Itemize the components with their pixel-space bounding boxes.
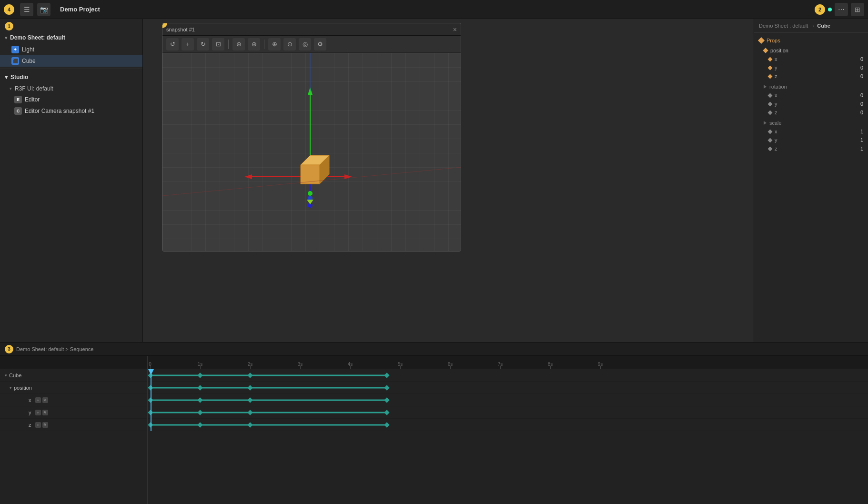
tl-y-label: y [29, 410, 31, 415]
redo-btn[interactable]: ↻ [197, 38, 209, 50]
tl-z-icon-2[interactable]: ≋ [42, 422, 48, 428]
scale-y-row: y 1 [754, 136, 868, 144]
viewport-canvas[interactable] [162, 53, 461, 251]
tl-y-row[interactable]: y ⬦ ≋ [0, 406, 147, 419]
svg-marker-3 [244, 174, 252, 179]
tl-z-icon-1[interactable]: ⬦ [35, 422, 41, 428]
viewport-close-btn[interactable]: × [453, 26, 457, 33]
layout-btn[interactable]: ⊞ [851, 3, 864, 16]
position-group: position x 0 y 0 z 0 [754, 45, 868, 81]
position-z-value[interactable]: 0 [849, 73, 863, 79]
sidebar-demo-sheet[interactable]: ▾ Demo Sheet: default [0, 31, 142, 44]
tl-cube-row[interactable]: ▾ Cube [0, 369, 147, 382]
kf-cube-end[interactable] [384, 373, 389, 378]
ruler-tick-2s [250, 366, 251, 369]
kf-pos-2s[interactable] [247, 385, 252, 390]
kf-cube-1s[interactable] [197, 373, 202, 378]
position-y-value[interactable]: 0 [849, 65, 863, 71]
kf-cube-2s[interactable] [247, 373, 252, 378]
settings-btn[interactable]: ⚙ [314, 38, 326, 50]
zoom-btn[interactable]: ◎ [299, 38, 311, 50]
sidebar-item-cube[interactable]: ⬛ Cube [0, 55, 142, 67]
tl-x-row[interactable]: x ⬦ ≋ [0, 394, 147, 406]
scale-z-value[interactable]: 1 [849, 146, 863, 151]
kf-y-end[interactable] [384, 410, 389, 415]
sidebar-studio[interactable]: ▾ Studio [0, 71, 142, 83]
tl-x-icons: ⬦ ≋ [35, 397, 48, 403]
add-btn[interactable]: + [182, 38, 194, 50]
top-bar-left: 4 ☰ 📷 Demo Project [4, 3, 100, 16]
orbit-btn[interactable]: ⊕ [268, 38, 281, 50]
toolbar-divider-2 [264, 40, 264, 49]
kf-z-1s[interactable] [197, 422, 202, 427]
rotation-label: rotation [754, 82, 868, 91]
position-x-value[interactable]: 0 [849, 56, 863, 62]
pan-btn[interactable]: ⊙ [283, 38, 296, 50]
tl-x-icon-1[interactable]: ⬦ [35, 397, 41, 403]
rotation-z-icon [768, 110, 773, 115]
grid-btn[interactable]: ⊕ [232, 38, 245, 50]
light-label: Light [22, 46, 34, 53]
menu-icon-btn[interactable]: ☰ [20, 3, 33, 16]
kf-pos-1s[interactable] [197, 385, 202, 390]
scale-y-value[interactable]: 1 [849, 137, 863, 143]
sidebar-item-camera-snapshot[interactable]: C Editor Camera snapshot #1 [0, 105, 142, 117]
rotation-y-label: y [775, 101, 789, 107]
ruler-tick-9s [600, 366, 601, 369]
snap-btn[interactable]: ⊕ [248, 38, 260, 50]
snapshot-icon: C [14, 107, 22, 115]
rotation-y-value[interactable]: 0 [849, 101, 863, 107]
sidebar-item-light[interactable]: ✦ Light [0, 44, 142, 55]
center-area: 5 snapshot #1 × ↺ + ↻ ⊡ ⊕ ⊕ ⊕ ⊙ ◎ ⚙ [143, 19, 754, 342]
scale-x-value[interactable]: 1 [849, 129, 863, 134]
props-label: Props [767, 38, 780, 43]
timeline-tracks[interactable]: 0 1s 2s 3s 4s 5s 6s 7s 8s 9s [148, 356, 868, 504]
kf-x-1s[interactable] [197, 397, 202, 403]
more-options-btn[interactable]: ⋯ [835, 3, 848, 16]
position-group-header[interactable]: position [754, 46, 868, 55]
frame-btn[interactable]: ⊡ [212, 38, 224, 50]
kf-pos-end[interactable] [384, 385, 389, 390]
tl-cube-label: Cube [9, 373, 21, 378]
position-x-row: x 0 [754, 55, 868, 63]
position-x-diamond-icon [768, 57, 773, 61]
tl-pos-chevron: ▾ [10, 385, 12, 390]
timeline-labels: ▾ Cube ▾ position x ⬦ ≋ y ⬦ [0, 356, 148, 504]
viewport-titlebar: snapshot #1 × [162, 23, 461, 36]
sidebar-r3f[interactable]: ▾ R3F UI: default [0, 83, 142, 94]
tl-z-label: z [29, 422, 31, 428]
position-z-row: z 0 [754, 72, 868, 81]
kf-x-end[interactable] [384, 397, 389, 403]
camera-icon-btn[interactable]: 📷 [37, 3, 50, 16]
left-sidebar: 1 ▾ Demo Sheet: default ✦ Light ⬛ Cube ▾… [0, 19, 143, 342]
rotation-z-value[interactable]: 0 [849, 110, 863, 115]
track-cube-row [148, 369, 868, 382]
ruler-tick-0 [150, 366, 151, 369]
tl-position-row[interactable]: ▾ position [0, 382, 147, 394]
position-y-label: y [775, 65, 789, 71]
playhead[interactable] [151, 369, 151, 431]
breadcrumb-item: Cube [817, 23, 830, 29]
tl-x-icon-2[interactable]: ≋ [42, 397, 48, 403]
camera-snapshot-label: Editor Camera snapshot #1 [25, 108, 94, 114]
refresh-btn[interactable]: ↺ [166, 38, 179, 50]
kf-y-1s[interactable] [197, 410, 202, 415]
kf-x-2s[interactable] [247, 397, 252, 403]
position-label: position [770, 48, 788, 53]
rotation-x-value[interactable]: 0 [849, 92, 863, 98]
project-title: Demo Project [60, 6, 100, 13]
sidebar-top: 1 [0, 19, 142, 31]
track-x-bar [151, 399, 387, 401]
tl-z-row[interactable]: z ⬦ ≋ [0, 419, 147, 431]
tl-y-icon-2[interactable]: ≋ [42, 410, 48, 415]
tl-y-icon-1[interactable]: ⬦ [35, 410, 41, 415]
track-z-bar [151, 424, 387, 425]
timeline-header: 3 Demo Sheet: default > Sequence [0, 343, 868, 356]
light-icon: ✦ [11, 46, 19, 53]
kf-z-2s[interactable] [247, 422, 252, 427]
kf-z-end[interactable] [384, 422, 389, 427]
kf-y-2s[interactable] [247, 410, 252, 415]
sidebar-item-editor[interactable]: E Editor [0, 94, 142, 105]
props-diamond-icon [758, 37, 765, 44]
top-bar: 4 ☰ 📷 Demo Project 2 ⋯ ⊞ [0, 0, 868, 19]
